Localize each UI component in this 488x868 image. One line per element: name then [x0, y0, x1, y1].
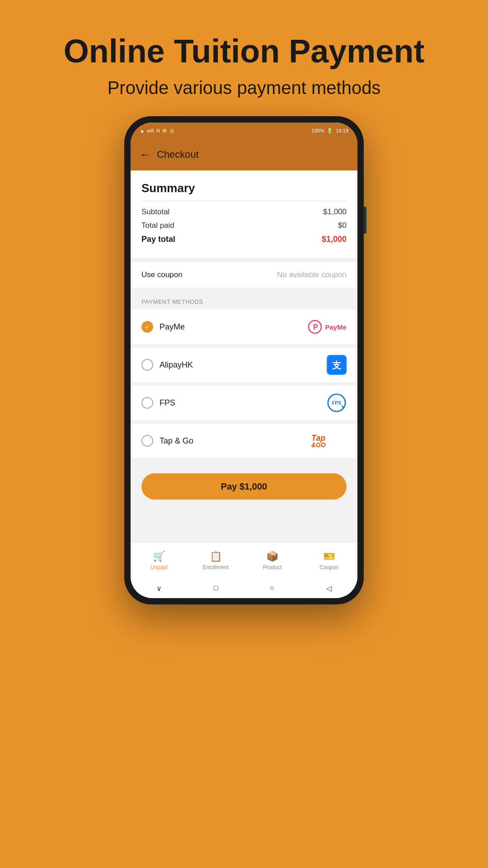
app-bar-title: Checkout — [157, 149, 199, 160]
payme-logo: P PayMe — [308, 320, 347, 334]
pay-total-label: Pay total — [141, 235, 175, 244]
nav-item-product[interactable]: 📦 Product — [244, 551, 301, 571]
svg-text:P: P — [313, 323, 318, 331]
android-nav: ∨ □ ○ ◁ — [131, 578, 357, 598]
alipay-radio — [141, 359, 153, 371]
nav-item-enrollment[interactable]: 📋 Enrollment — [188, 551, 244, 571]
pay-button-section: Pay $1,000 — [131, 466, 357, 509]
android-home-btn[interactable]: □ — [214, 584, 218, 592]
tapngo-name: Tap & Go — [160, 436, 193, 446]
product-label: Product — [263, 564, 282, 571]
svg-text:&GO: &GO — [311, 441, 326, 448]
subtotal-row: Subtotal $1,000 — [141, 208, 347, 217]
fps-radio — [141, 397, 153, 409]
phone-screen: ▲ wifi N ⚙ 🔒 100% 🔋 14:19 ← Checkout Sum… — [131, 123, 357, 598]
payme-name: PayMe — [160, 322, 185, 332]
svg-text:支: 支 — [332, 360, 342, 370]
enrollment-icon: 📋 — [210, 551, 222, 562]
page-header: Online Tuition Payment Provide various p… — [37, 0, 452, 116]
tapngo-radio — [141, 435, 153, 447]
alipay-name: AlipayHK — [160, 360, 193, 370]
battery-icon: 🔋 — [327, 128, 333, 134]
time-display: 14:19 — [336, 128, 348, 133]
android-menu-btn[interactable]: ◁ — [326, 584, 332, 593]
battery-text: 100% — [311, 128, 324, 133]
coupon-label: Use coupon — [141, 270, 183, 279]
payment-option-tapngo[interactable]: Tap & Go Tap &GO — [131, 424, 357, 458]
summary-card: Summary Subtotal $1,000 Total paid $0 Pa… — [131, 170, 357, 258]
svg-text:FPS: FPS — [332, 400, 341, 406]
payme-radio: ✓ — [141, 321, 153, 333]
android-back-btn[interactable]: ∨ — [156, 584, 162, 593]
pay-total-row: Pay total $1,000 — [141, 235, 347, 244]
subtotal-label: Subtotal — [141, 208, 169, 217]
enrollment-label: Enrollment — [203, 564, 229, 571]
nav-item-unpaid[interactable]: 🛒 Unpaid — [131, 551, 188, 571]
payment-option-fps[interactable]: FPS FPS — [131, 386, 357, 420]
alipay-logo: 支 — [327, 355, 347, 375]
summary-divider — [141, 201, 347, 201]
tapngo-logo: Tap &GO — [310, 432, 347, 450]
summary-heading: Summary — [141, 181, 347, 195]
payment-option-payme[interactable]: ✓ PayMe P PayMe — [131, 310, 357, 344]
payment-methods-label: PAYMENT METHODS — [131, 292, 357, 310]
total-paid-value: $0 — [338, 221, 347, 230]
total-paid-row: Total paid $0 — [141, 221, 347, 230]
unpaid-icon: 🛒 — [153, 551, 165, 562]
nav-item-coupon[interactable]: 🎫 Coupon — [301, 551, 358, 571]
payment-option-alipay[interactable]: AlipayHK 支 — [131, 348, 357, 382]
bottom-nav: 🛒 Unpaid 📋 Enrollment 📦 Product 🎫 Coupon — [131, 542, 357, 578]
main-content: Summary Subtotal $1,000 Total paid $0 Pa… — [131, 170, 357, 542]
unpaid-label: Unpaid — [150, 564, 168, 571]
product-icon: 📦 — [266, 551, 278, 562]
pay-button[interactable]: Pay $1,000 — [141, 473, 347, 500]
coupon-section[interactable]: Use coupon No available coupon — [131, 262, 357, 288]
coupon-value: No available coupon — [277, 270, 347, 279]
page-title: Online Tuition Payment — [64, 32, 425, 71]
status-right: 100% 🔋 14:19 — [311, 128, 348, 134]
payment-methods-section: PAYMENT METHODS ✓ PayMe P Pay — [131, 292, 357, 466]
pay-total-value: $1,000 — [322, 235, 347, 244]
app-bar: ← Checkout — [131, 139, 357, 170]
nfc-icon: N — [156, 128, 160, 133]
lock-icon: 🔒 — [169, 128, 175, 134]
fps-logo: FPS — [327, 393, 347, 413]
coupon-icon: 🎫 — [323, 551, 335, 562]
settings-icon: ⚙ — [162, 128, 167, 134]
total-paid-label: Total paid — [141, 221, 174, 230]
subtotal-value: $1,000 — [323, 208, 347, 217]
wifi-icon: wifi — [147, 128, 154, 133]
coupon-nav-label: Coupon — [319, 564, 338, 571]
status-bar: ▲ wifi N ⚙ 🔒 100% 🔋 14:19 — [131, 123, 357, 139]
android-circle-btn[interactable]: ○ — [270, 584, 274, 592]
signal-icon: ▲ — [140, 128, 145, 133]
fps-name: FPS — [160, 398, 175, 408]
page-subtitle: Provide various payment methods — [64, 78, 425, 98]
back-button[interactable]: ← — [140, 148, 150, 161]
phone-frame: ▲ wifi N ⚙ 🔒 100% 🔋 14:19 ← Checkout Sum… — [124, 116, 364, 604]
status-left-icons: ▲ wifi N ⚙ 🔒 — [140, 128, 175, 134]
